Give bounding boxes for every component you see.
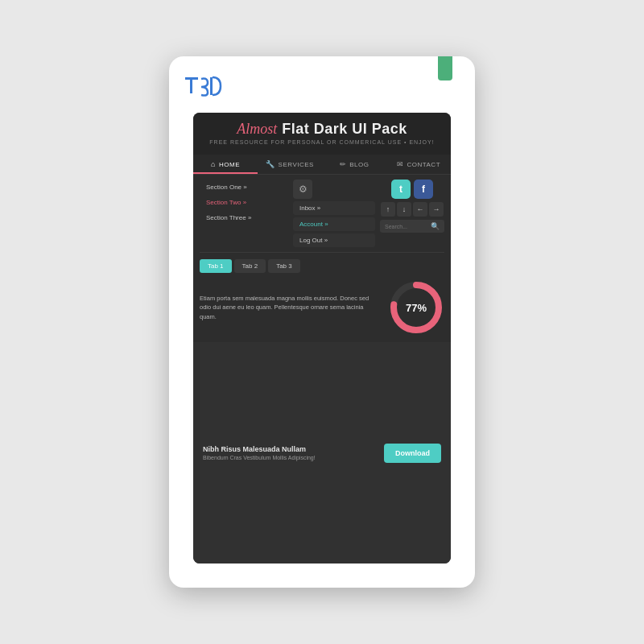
- menu-section-one[interactable]: Section One »: [200, 180, 288, 195]
- top-section: Section One » Section Two » Section Thre…: [193, 175, 451, 252]
- nav-services-label: SERVICES: [279, 161, 314, 168]
- svg-rect-1: [190, 77, 192, 93]
- nav-blog-label: BLOG: [349, 161, 369, 168]
- download-subtext: Bibendum Cras Vestibulum Mollis Adipisci…: [203, 455, 384, 460]
- arrow-down[interactable]: ↓: [397, 202, 411, 217]
- tab-3[interactable]: Tab 3: [268, 259, 300, 273]
- search-input[interactable]: [385, 224, 427, 229]
- inbox-item[interactable]: Inbox »: [293, 201, 375, 215]
- nav-contact[interactable]: ✉ CONTACT: [386, 155, 451, 174]
- tabs-section: Tab 1 Tab 2 Tab 3 Etiam porta sem malesu…: [193, 253, 451, 339]
- download-heading: Nibh Risus Malesuada Nullam: [203, 445, 384, 453]
- right-column: t f ↑ ↓ ← → 🔍: [380, 180, 444, 247]
- title-script: Almost: [237, 121, 277, 138]
- svg-rect-2: [210, 77, 213, 95]
- donut-chart: 77%: [388, 279, 444, 336]
- menu-section-two[interactable]: Section Two »: [200, 195, 288, 210]
- twitter-button[interactable]: t: [391, 180, 411, 199]
- title-row: Almost Flat Dark UI Pack: [203, 121, 441, 138]
- device-frame: Almost Flat Dark UI Pack FREE RESOURCE F…: [169, 56, 475, 588]
- search-icon: 🔍: [431, 222, 440, 230]
- nav-services[interactable]: 🔧 SERVICES: [258, 155, 322, 174]
- search-bar[interactable]: 🔍: [380, 220, 444, 233]
- pencil-icon: ✏: [340, 160, 347, 168]
- arrow-left[interactable]: ←: [413, 202, 427, 217]
- nav-contact-label: CONTACT: [407, 161, 440, 168]
- left-menu: Section One » Section Two » Section Thre…: [200, 180, 288, 247]
- social-buttons: t f: [391, 180, 433, 199]
- arrow-right[interactable]: →: [429, 202, 444, 217]
- home-icon: ⌂: [211, 160, 216, 168]
- green-tab-indicator: [438, 56, 452, 80]
- title-bold: Flat Dark UI Pack: [282, 121, 407, 138]
- arrow-grid: ↑ ↓ ← →: [381, 202, 444, 217]
- account-item[interactable]: Account »: [293, 217, 375, 231]
- menu-section-three[interactable]: Section Three »: [200, 210, 288, 225]
- gear-button[interactable]: ⚙: [293, 180, 312, 199]
- arrow-up[interactable]: ↑: [381, 202, 395, 217]
- middle-column: ⚙ Inbox » Account » Log Out »: [293, 180, 375, 247]
- mail-icon: ✉: [397, 160, 404, 168]
- tabs-content-row: Etiam porta sem malesuada magna mollis e…: [200, 279, 444, 336]
- header-subtitle: FREE RESOURCE FOR PERSONAL OR COMMERICAL…: [203, 139, 441, 145]
- brand-logo: [184, 71, 232, 103]
- tab-1[interactable]: Tab 1: [200, 259, 232, 273]
- tab-row: Tab 1 Tab 2 Tab 3: [200, 259, 444, 273]
- download-button[interactable]: Download: [384, 444, 441, 463]
- tab-2[interactable]: Tab 2: [234, 259, 266, 273]
- donut-label: 77%: [406, 302, 427, 314]
- wrench-icon: 🔧: [266, 160, 275, 168]
- download-text-block: Nibh Risus Malesuada Nullam Bibendum Cra…: [203, 445, 384, 460]
- nav-bar: ⌂ HOME 🔧 SERVICES ✏ BLOG ✉ CONTACT: [193, 155, 451, 175]
- logout-item[interactable]: Log Out »: [293, 233, 375, 247]
- tab-content-text: Etiam porta sem malesuada magna mollis e…: [200, 294, 380, 321]
- nav-home[interactable]: ⌂ HOME: [193, 155, 258, 174]
- screen-content: Section One » Section Two » Section Thre…: [193, 175, 451, 564]
- screen-header: Almost Flat Dark UI Pack FREE RESOURCE F…: [193, 113, 451, 155]
- facebook-button[interactable]: f: [414, 180, 433, 199]
- nav-home-label: HOME: [219, 161, 240, 168]
- download-section: Nibh Risus Malesuada Nullam Bibendum Cra…: [193, 342, 451, 564]
- phone-screen: Almost Flat Dark UI Pack FREE RESOURCE F…: [193, 113, 451, 564]
- nav-blog[interactable]: ✏ BLOG: [322, 155, 386, 174]
